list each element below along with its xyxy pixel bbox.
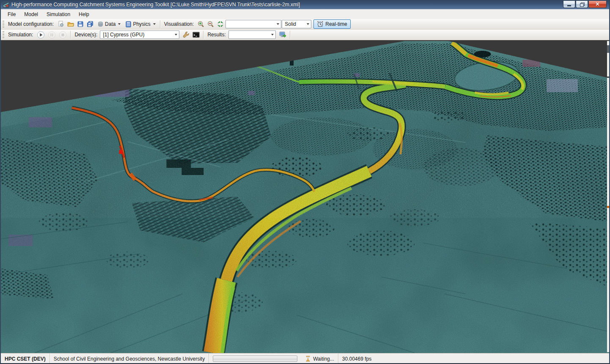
scrollbar-marker bbox=[607, 206, 609, 208]
chevron-down-icon bbox=[175, 34, 177, 36]
pause-simulation-button[interactable] bbox=[47, 30, 57, 39]
hourglass-icon bbox=[305, 356, 311, 362]
minimize-icon bbox=[567, 5, 571, 6]
statusbar: HPC CSET (DEV) School of Civil Engineeri… bbox=[1, 353, 609, 364]
toolbar-separator bbox=[290, 31, 290, 39]
results-export-button[interactable] bbox=[278, 30, 288, 39]
zoom-in-button[interactable] bbox=[196, 19, 206, 29]
devices-label: Device(s): bbox=[74, 32, 97, 38]
application-window: High-performance Computing Catchment Sys… bbox=[0, 0, 610, 364]
device-combo[interactable]: [1] Cypress (GPU) bbox=[100, 30, 179, 39]
visualisation-layer-combo[interactable] bbox=[225, 20, 281, 28]
menu-file[interactable]: File bbox=[3, 10, 20, 19]
alarm-clock-icon bbox=[317, 21, 324, 27]
chevron-down-icon bbox=[307, 23, 309, 25]
chevron-down-icon bbox=[153, 23, 156, 25]
toolbar-simulation: Simulation: bbox=[1, 30, 609, 40]
chevron-down-icon bbox=[271, 34, 274, 36]
toolbar-grip[interactable] bbox=[3, 31, 4, 38]
model-settings-button[interactable] bbox=[56, 19, 66, 29]
window-title: High-performance Computing Catchment Sys… bbox=[11, 2, 563, 8]
render-mode-combo[interactable]: Solid bbox=[282, 20, 311, 28]
save-model-button[interactable] bbox=[76, 19, 85, 29]
wrench-icon bbox=[183, 31, 190, 38]
restore-button[interactable] bbox=[576, 1, 588, 8]
statusbar-progress-panel bbox=[209, 353, 301, 364]
terrain-scene bbox=[1, 40, 609, 353]
stop-simulation-button[interactable] bbox=[58, 30, 68, 39]
statusbar-app-name: HPC CSET (DEV) bbox=[1, 353, 50, 364]
restore-icon bbox=[580, 3, 584, 6]
folder-open-icon bbox=[67, 21, 74, 27]
fit-arrows-icon bbox=[217, 21, 224, 27]
results-combo[interactable] bbox=[228, 30, 276, 39]
statusbar-affiliation: School of Civil Engineering and Geoscien… bbox=[50, 353, 209, 364]
pause-icon bbox=[48, 31, 56, 39]
chevron-down-icon bbox=[118, 23, 121, 25]
stop-icon bbox=[59, 31, 67, 39]
device-combo-value: [1] Cypress (GPU) bbox=[103, 32, 173, 38]
menu-simulation[interactable]: Simulation bbox=[42, 10, 74, 19]
render-mode-value: Solid bbox=[285, 21, 305, 27]
simulation-label: Simulation: bbox=[8, 32, 33, 38]
device-settings-button[interactable] bbox=[181, 30, 191, 39]
menu-help[interactable]: Help bbox=[74, 10, 93, 19]
toolbar-grip[interactable] bbox=[3, 21, 4, 28]
console-button[interactable] bbox=[191, 30, 201, 39]
magnifier-plus-icon bbox=[198, 21, 204, 27]
statusbar-status: Waiting... bbox=[301, 353, 338, 364]
progress-bar bbox=[213, 356, 297, 362]
menubar: File Model Simulation Help bbox=[1, 9, 609, 19]
menu-model[interactable]: Model bbox=[20, 10, 42, 19]
magnifier-minus-icon bbox=[207, 21, 214, 27]
physics-button-label: Physics bbox=[133, 21, 150, 27]
statusbar-fps: 30.00469 fps bbox=[338, 353, 375, 364]
gear-page-icon bbox=[58, 21, 64, 27]
data-button-label: Data bbox=[105, 21, 115, 27]
play-icon bbox=[37, 31, 45, 39]
titlebar[interactable]: High-performance Computing Catchment Sys… bbox=[1, 0, 609, 9]
toolbar-separator bbox=[203, 31, 203, 39]
physics-menu-button[interactable]: Physics bbox=[123, 19, 157, 29]
save-icon bbox=[77, 21, 84, 27]
chevron-down-icon bbox=[277, 23, 279, 25]
toolbar-separator bbox=[70, 31, 71, 39]
viewport-scrollbar[interactable] bbox=[607, 41, 609, 352]
data-menu-button[interactable]: Data bbox=[95, 19, 123, 29]
realtime-toggle-button[interactable]: Real-time bbox=[313, 19, 350, 29]
toolbar-model-configuration: Model configuration: bbox=[1, 19, 609, 30]
toolbar-separator bbox=[160, 20, 160, 28]
results-label: Results: bbox=[207, 32, 225, 38]
model-configuration-label: Model configuration: bbox=[8, 21, 54, 27]
app-icon bbox=[3, 1, 9, 8]
zoom-out-button[interactable] bbox=[206, 19, 215, 29]
realtime-label: Real-time bbox=[325, 21, 347, 27]
open-model-button[interactable] bbox=[66, 19, 75, 29]
scrollbar-thumb[interactable] bbox=[607, 45, 609, 53]
terminal-icon bbox=[192, 32, 200, 38]
save-all-button[interactable] bbox=[85, 19, 95, 29]
monitor-export-icon bbox=[279, 31, 286, 38]
run-simulation-button[interactable] bbox=[36, 30, 46, 39]
scrollbar-tick bbox=[607, 77, 609, 78]
calculator-icon bbox=[125, 21, 132, 27]
terrain-3d-viewport[interactable] bbox=[1, 40, 609, 353]
close-button[interactable]: ✕ bbox=[588, 1, 607, 8]
close-icon: ✕ bbox=[595, 2, 599, 7]
fit-view-button[interactable] bbox=[216, 19, 225, 29]
database-icon bbox=[97, 21, 104, 27]
visualisation-label: Visualisation: bbox=[164, 21, 194, 27]
save-all-icon bbox=[87, 21, 93, 27]
minimize-button[interactable] bbox=[563, 1, 575, 8]
